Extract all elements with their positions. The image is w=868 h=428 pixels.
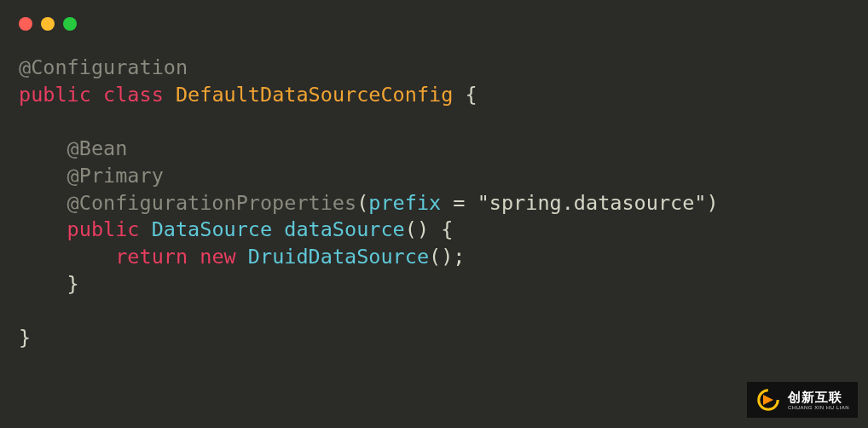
paren: (: [356, 191, 368, 215]
close-icon[interactable]: [19, 17, 32, 31]
svg-marker-1: [763, 395, 773, 405]
maximize-icon[interactable]: [63, 17, 77, 31]
code-window: @Configuration public class DefaultDataS…: [0, 0, 868, 428]
brace: }: [67, 272, 79, 296]
annotation: @Configuration: [19, 55, 188, 79]
class-name: DefaultDataSourceConfig: [176, 83, 453, 107]
paren: ): [706, 191, 718, 215]
param-name: prefix: [368, 191, 441, 215]
indent: [19, 245, 115, 269]
badge-title-cn: 创新互联: [788, 390, 849, 403]
keyword-return: return: [115, 245, 188, 269]
parens: (): [405, 217, 429, 241]
return-type: DataSource: [152, 217, 272, 241]
watermark-badge: 创新互联 CHUANG XIN HU LIAN: [747, 382, 858, 418]
call-tail: ();: [429, 245, 465, 269]
indent: [19, 136, 67, 160]
keyword-class: class: [103, 83, 164, 107]
indent: [19, 272, 67, 296]
badge-text: 创新互联 CHUANG XIN HU LIAN: [788, 390, 849, 410]
brace: {: [453, 83, 477, 107]
indent: [19, 191, 67, 215]
constructor: DruidDataSource: [248, 245, 429, 269]
equals: =: [441, 191, 477, 215]
minimize-icon[interactable]: [41, 17, 55, 31]
badge-title-en: CHUANG XIN HU LIAN: [788, 405, 849, 410]
logo-icon: [755, 387, 781, 413]
brace: }: [19, 326, 31, 350]
indent: [19, 217, 67, 241]
method-name: dataSource: [284, 217, 404, 241]
window-controls: [19, 17, 849, 31]
annotation: @ConfigurationProperties: [67, 191, 357, 215]
annotation: @Primary: [67, 164, 164, 188]
annotation: @Bean: [67, 136, 128, 160]
keyword-public: public: [19, 83, 91, 107]
indent: [19, 164, 67, 188]
keyword-new: new: [200, 245, 235, 269]
code-block: @Configuration public class DefaultDataS…: [19, 55, 849, 352]
brace: {: [429, 217, 453, 241]
string-literal: "spring.datasource": [477, 191, 707, 215]
keyword-public: public: [67, 217, 140, 241]
